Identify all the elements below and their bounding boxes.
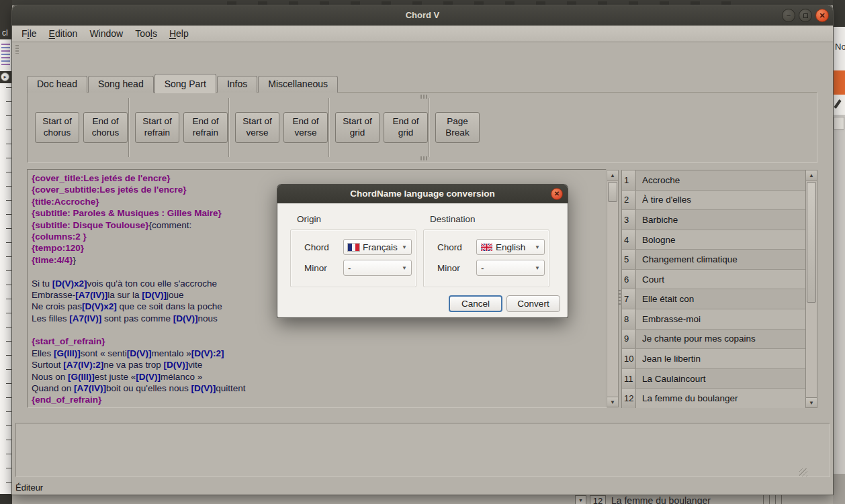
song-list-scrollbar[interactable]: ▲ ▼ xyxy=(805,170,817,408)
button-end-of-refrain[interactable]: End of refrain xyxy=(183,112,228,143)
tab-miscellaneous[interactable]: Miscellaneous xyxy=(258,76,338,93)
list-item[interactable]: 11La Caulaincourt xyxy=(622,369,805,389)
origin-legend: Origin xyxy=(297,214,321,224)
chord-token: [G(III)] xyxy=(68,372,95,382)
chord-token: [D(V)x2] xyxy=(52,279,87,289)
background-titlebar-fragment xyxy=(12,0,833,5)
row-title: Embrasse-moi xyxy=(636,309,805,329)
tab-song-part[interactable]: Song Part xyxy=(154,74,216,93)
chord-token: [D(V)] xyxy=(136,372,161,382)
list-item[interactable]: 2À tire d'elles xyxy=(622,191,805,211)
button-start-of-verse[interactable]: Start of verse xyxy=(235,112,279,143)
pane-splitter-handle[interactable] xyxy=(619,290,621,306)
list-item[interactable]: 8Embrasse-moi xyxy=(622,309,805,330)
background-toolbar-fragment: No xyxy=(833,27,845,70)
minor-label: Minor xyxy=(437,263,476,273)
close-button[interactable]: ✕ xyxy=(815,9,829,22)
menu-item-edition[interactable]: Edition xyxy=(43,27,84,40)
scrollbar-thumb[interactable] xyxy=(608,182,617,202)
toolbar-group: Page Break xyxy=(435,112,480,143)
row-title: À tire d'elles xyxy=(636,191,805,210)
button-start-of-chorus[interactable]: Start of chorus xyxy=(35,112,79,143)
menu-item-window[interactable]: Window xyxy=(83,27,129,40)
desktop: cl ▸ No ▼ 12 La femme du boulanger Chord… xyxy=(0,0,845,504)
list-item[interactable]: 9Je chante pour mes copains xyxy=(622,330,805,350)
minor-combobox[interactable]: -▼ xyxy=(343,260,412,276)
resize-grip[interactable] xyxy=(799,468,807,476)
song-part-toolbar: Start of chorusEnd of chorusStart of ref… xyxy=(28,93,817,162)
toolbar-grip[interactable] xyxy=(15,45,19,54)
lyric-text: est juste « xyxy=(95,372,136,382)
button-end-of-verse[interactable]: End of verse xyxy=(283,112,328,143)
uk-flag-icon xyxy=(481,244,492,251)
titlebar[interactable]: Chord V − ✕ xyxy=(12,5,833,26)
french-flag-icon xyxy=(348,244,359,251)
button-start-of-grid[interactable]: Start of grid xyxy=(335,112,380,143)
directive-token: {subtitle: Disque Toulouse} xyxy=(32,220,149,230)
dialog-close-button[interactable]: ✕ xyxy=(551,188,563,200)
chord-token: [D(V)x2] xyxy=(82,301,117,311)
tab-doc-head[interactable]: Doc head xyxy=(27,76,87,93)
background-button-fragment xyxy=(834,117,844,130)
dialog-row: Minor-▼ xyxy=(304,260,412,276)
toolbar-separator xyxy=(328,98,330,157)
button-end-of-chorus[interactable]: End of chorus xyxy=(83,112,128,143)
button-start-of-refrain[interactable]: Start of refrain xyxy=(135,112,179,143)
row-title: Jean le libertin xyxy=(636,349,805,368)
menu-item-text: F xyxy=(21,28,28,39)
background-window-left-fragment: cl ▸ xyxy=(0,0,12,504)
editor-scrollbar[interactable]: ▲ ▼ xyxy=(607,170,619,407)
chord-token: [D(V)] xyxy=(127,348,152,358)
background-panel-fragment xyxy=(833,132,845,474)
list-item[interactable]: 1Accroche xyxy=(622,170,805,191)
row-number: 7 xyxy=(622,289,636,309)
minimize-button[interactable]: − xyxy=(782,9,795,22)
chord-combobox[interactable]: English▼ xyxy=(476,239,545,255)
background-orange-swatch xyxy=(833,70,845,95)
list-item[interactable]: 10Jean le libertin xyxy=(622,349,805,369)
expand-pane-icon: ▸ xyxy=(1,72,9,81)
scroll-up-icon[interactable]: ▲ xyxy=(607,170,618,181)
chevron-down-icon: ▼ xyxy=(402,244,407,250)
row-number: 10 xyxy=(622,349,636,368)
scrollbar-thumb[interactable] xyxy=(807,182,816,303)
lyric-text: que ce soit dans la poche xyxy=(117,301,222,311)
chord-combobox[interactable]: Français▼ xyxy=(343,239,412,255)
list-item[interactable]: 7Elle était con xyxy=(622,289,805,309)
lyric-text: mentalo » xyxy=(152,348,191,358)
background-list-fragment: ▼ 12 La femme du boulanger xyxy=(12,495,833,504)
chevron-down-icon: ▼ xyxy=(535,244,540,250)
background-text-fragment: No xyxy=(835,42,845,52)
list-item[interactable]: 4Bologne xyxy=(622,230,805,250)
combo-value: - xyxy=(481,263,484,273)
scroll-up-icon[interactable]: ▲ xyxy=(806,170,817,181)
toolbar-handle-dots xyxy=(420,156,427,160)
scroll-down-icon[interactable]: ▼ xyxy=(607,397,618,407)
tab-song-head[interactable]: Song head xyxy=(88,76,154,93)
row-number: 12 xyxy=(622,389,636,408)
maximize-button[interactable] xyxy=(799,9,812,22)
chord-token: [A7(IV):2] xyxy=(63,360,103,370)
menu-item-file[interactable]: File xyxy=(15,27,43,40)
button-page-break[interactable]: Page Break xyxy=(435,112,480,143)
scroll-down-icon[interactable]: ▼ xyxy=(806,397,817,407)
toolbar-separator xyxy=(429,98,430,157)
list-item[interactable]: 12La femme du boulanger xyxy=(622,389,805,408)
directive-token: {end_of_refrain} xyxy=(32,395,101,405)
row-title: Je chante pour mes copains xyxy=(636,330,805,349)
tab-infos[interactable]: Infos xyxy=(217,76,257,93)
destination-legend: Destination xyxy=(430,214,476,224)
menu-item-help[interactable]: Help xyxy=(163,27,195,40)
list-item[interactable]: 3Barbiche xyxy=(622,210,805,230)
dialog-titlebar[interactable]: ChordName language conversion ✕ xyxy=(277,185,568,203)
lyric-text: ne va pas trop xyxy=(103,360,163,370)
cancel-button[interactable]: Cancel xyxy=(449,295,502,312)
list-item[interactable]: 6Court xyxy=(622,270,805,290)
minor-combobox[interactable]: -▼ xyxy=(476,260,545,276)
convert-button[interactable]: Convert xyxy=(506,295,560,312)
button-end-of-grid[interactable]: End of grid xyxy=(384,112,428,143)
menu-item-tools[interactable]: Tools xyxy=(129,27,163,40)
status-text: Éditeur xyxy=(15,483,43,493)
background-panel-bottom xyxy=(833,474,845,504)
list-item[interactable]: 5Changement climatique xyxy=(622,250,805,270)
